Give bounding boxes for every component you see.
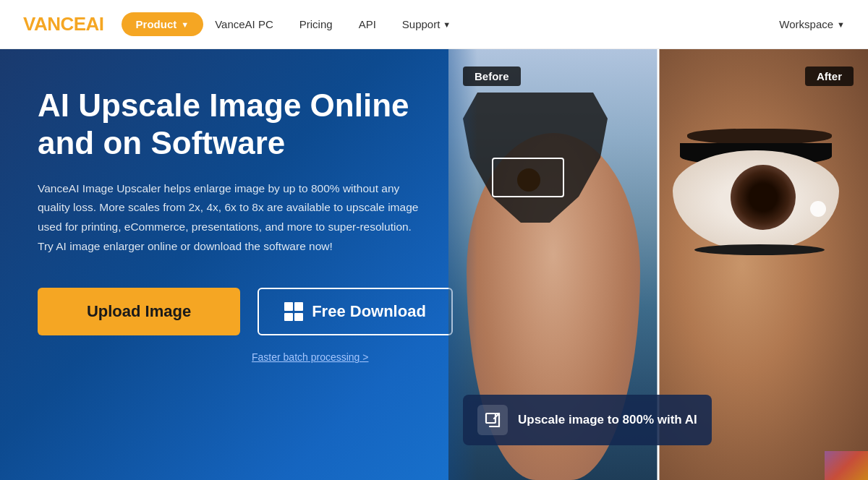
upscale-icon	[477, 405, 508, 435]
logo-accent: AI	[86, 13, 104, 35]
color-swatch	[825, 451, 868, 480]
hero-buttons: Upload Image Free Download	[38, 288, 428, 335]
logo-text: VANCE	[23, 13, 86, 35]
faster-batch-link[interactable]: Faster batch processing >	[252, 351, 428, 363]
upload-btn-label: Upload Image	[87, 302, 191, 321]
chevron-down-icon: ▼	[837, 20, 845, 29]
eyebrow	[687, 129, 832, 145]
eye-pupil	[517, 168, 540, 192]
free-download-button[interactable]: Free Download	[258, 288, 453, 335]
hero-image-panel: Before After Upscale image to 800% with …	[448, 49, 868, 480]
nav-support[interactable]: Support ▼	[402, 18, 451, 30]
windows-icon	[284, 302, 303, 321]
navbar: VANCEAI Product ▼ VanceAI PC Pricing API…	[0, 0, 868, 49]
nav-api[interactable]: API	[359, 18, 376, 30]
nav-vanceai-pc[interactable]: VanceAI PC	[215, 18, 273, 30]
upscale-cta-chip[interactable]: Upscale image to 800% with AI	[463, 395, 712, 445]
eye-highlight	[810, 201, 826, 217]
chevron-down-icon: ▼	[443, 20, 451, 29]
eye-iris	[731, 165, 796, 230]
hero-section: AI Upscale Image Onlineand on Software V…	[0, 49, 868, 480]
upload-image-button[interactable]: Upload Image	[38, 288, 240, 335]
before-label: Before	[463, 67, 521, 86]
eye-closeup	[673, 136, 846, 280]
hero-left: AI Upscale Image Onlineand on Software V…	[0, 49, 463, 480]
hero-title: AI Upscale Image Onlineand on Software	[38, 87, 428, 162]
after-label: After	[805, 67, 854, 86]
nav-workspace[interactable]: Workspace ▼	[779, 18, 845, 30]
nav-pricing[interactable]: Pricing	[299, 18, 333, 30]
product-label: Product	[136, 18, 177, 30]
eyelash-bottom	[694, 244, 825, 255]
logo[interactable]: VANCEAI	[23, 13, 104, 35]
chip-text: Upscale image to 800% with AI	[518, 413, 697, 427]
product-button[interactable]: Product ▼	[122, 12, 204, 36]
download-btn-label: Free Download	[312, 302, 426, 321]
chevron-down-icon: ▼	[181, 20, 189, 29]
nav-links: VanceAI PC Pricing API Support ▼	[215, 18, 451, 30]
hero-description: VanceAI Image Upscaler helps enlarge ima…	[38, 179, 428, 257]
